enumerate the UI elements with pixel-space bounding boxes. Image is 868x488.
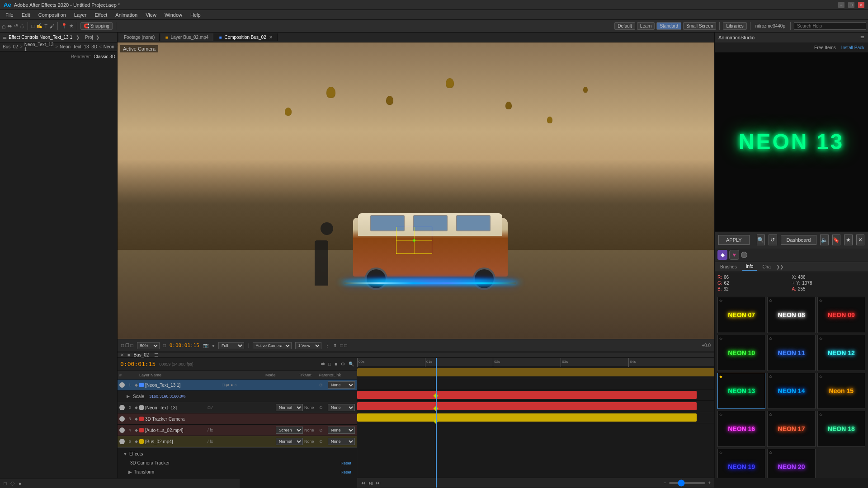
effects-expand-icon[interactable]: ▼ bbox=[123, 451, 127, 456]
menu-view[interactable]: View bbox=[142, 11, 160, 19]
free-items-link[interactable]: Free Items bbox=[814, 45, 836, 50]
menu-composition[interactable]: Composition bbox=[35, 11, 70, 19]
pen-tool[interactable]: ✍ bbox=[36, 23, 42, 29]
zoom-select[interactable]: 50%25%100% bbox=[137, 342, 160, 349]
filter-cat-icon[interactable]: ♥ bbox=[729, 250, 739, 260]
layer-mode-4[interactable]: Screen bbox=[276, 427, 303, 434]
goto-out-icon[interactable]: ⏭ bbox=[376, 480, 381, 485]
goto-in-icon[interactable]: ⏮ bbox=[361, 480, 365, 485]
workspace-default[interactable]: Default bbox=[614, 22, 635, 30]
bc-neon13-3d[interactable]: Neon_Text_13_3D bbox=[60, 44, 97, 49]
close-panel-icon[interactable]: ✕ bbox=[856, 235, 864, 245]
layer-visibility-3[interactable] bbox=[119, 416, 125, 422]
menu-edit[interactable]: Edit bbox=[18, 11, 34, 19]
track-bar-4[interactable] bbox=[357, 402, 697, 410]
camera-orbit-tool[interactable]: ◌ bbox=[20, 23, 24, 29]
preset-neon-18[interactable]: ☆ NEON 18 bbox=[817, 411, 865, 447]
filter-gem-icon[interactable]: ◆ bbox=[717, 250, 727, 260]
layer-parent-5[interactable]: None bbox=[328, 438, 355, 445]
text-tool[interactable]: T bbox=[44, 23, 47, 29]
timeline-icon4[interactable]: ⚙ bbox=[341, 361, 345, 366]
views-select[interactable]: 1 View2 Views bbox=[295, 342, 321, 349]
search-input[interactable] bbox=[794, 22, 866, 30]
preset-neon-15[interactable]: ☆ Neon 15 bbox=[817, 373, 865, 409]
preset-neon-09[interactable]: ☆ NEON 09 bbox=[817, 297, 865, 333]
zoom-slider[interactable] bbox=[669, 482, 705, 484]
menu-layer[interactable]: Layer bbox=[71, 11, 90, 19]
character-tab[interactable]: Cha bbox=[759, 263, 774, 270]
comp-tab-close[interactable]: ✕ bbox=[269, 35, 273, 40]
puppet-tool[interactable]: ★ bbox=[69, 23, 74, 29]
brush-tool[interactable]: 🖌 bbox=[49, 23, 54, 29]
bookmark-icon[interactable]: 🔖 bbox=[832, 235, 840, 245]
workspace-smallscreen[interactable]: Small Screen bbox=[683, 22, 716, 30]
rotate-tool[interactable]: ↺ bbox=[14, 23, 18, 29]
preset-neon-13[interactable]: ★ NEON 13 bbox=[717, 373, 765, 409]
layer-visibility-2[interactable] bbox=[119, 405, 125, 410]
install-pack-link[interactable]: Install Pack bbox=[841, 45, 864, 50]
bc-bus02[interactable]: Bus_02 bbox=[3, 44, 18, 49]
rect-tool[interactable]: □ bbox=[31, 23, 34, 29]
refresh-icon[interactable]: ↺ bbox=[769, 235, 777, 245]
layer-tab[interactable]: ■ Layer Bus_02.mp4 bbox=[160, 33, 213, 41]
layer-row-2[interactable]: 2 ◆ [Neon_Text_13] □ / Normal None ⊙ Non… bbox=[118, 402, 357, 413]
menu-file[interactable]: File bbox=[2, 11, 17, 19]
menu-window[interactable]: Window bbox=[161, 11, 186, 19]
layer-row-1[interactable]: 1 ◆ [Neon_Text_13 1] □ ⇌ ● ○ ⊙ None bbox=[118, 380, 357, 391]
close-button[interactable]: ✕ bbox=[858, 2, 864, 8]
camera-tracker-reset[interactable]: Reset bbox=[340, 461, 351, 465]
plugin-menu-icon[interactable]: ☰ bbox=[860, 35, 864, 40]
layer-mode-5[interactable]: Normal bbox=[276, 438, 303, 445]
preset-neon-07[interactable]: ☆ NEON 07 bbox=[717, 297, 765, 333]
project-tab-label[interactable]: Proj bbox=[85, 35, 93, 40]
layer-visibility-5[interactable] bbox=[119, 439, 125, 444]
effects-header-row[interactable]: ▼ Effects bbox=[121, 450, 353, 459]
minimize-button[interactable]: − bbox=[838, 2, 844, 8]
effect-controls-tab-label[interactable]: Effect Controls Neon_Text_13 1 bbox=[9, 35, 72, 40]
preset-neon-17[interactable]: ☆ NEON 17 bbox=[767, 411, 815, 447]
apply-button[interactable]: APPLY bbox=[718, 235, 750, 245]
panel-menu-icon[interactable]: ☰ bbox=[3, 35, 7, 40]
preset-neon-16[interactable]: ☆ NEON 16 bbox=[717, 411, 765, 447]
view-mode-select[interactable]: FullHalfQuarter bbox=[218, 342, 244, 349]
search-icon-small[interactable]: 🔍 bbox=[349, 361, 354, 366]
camera-select[interactable]: Active Camera bbox=[253, 342, 292, 349]
close-icon[interactable]: ✕ bbox=[120, 352, 124, 357]
pin-tool[interactable]: 📍 bbox=[61, 23, 67, 29]
layer-solo-3[interactable]: ◆ bbox=[135, 417, 138, 421]
timeline-icon2[interactable]: □ bbox=[328, 361, 331, 366]
search-preset-icon[interactable]: 🔍 bbox=[757, 235, 765, 245]
transform-reset[interactable]: Reset bbox=[340, 470, 351, 474]
layer-parent-1[interactable]: None bbox=[328, 381, 355, 389]
footage-tab[interactable]: Footage (none) bbox=[119, 33, 160, 41]
maximize-button[interactable]: □ bbox=[848, 2, 854, 8]
layer-visibility-1[interactable] bbox=[119, 382, 125, 388]
star-icon[interactable]: ★ bbox=[844, 235, 852, 245]
workspace-learn[interactable]: Learn bbox=[637, 22, 655, 30]
brushes-tab[interactable]: Brushes bbox=[717, 263, 741, 270]
play-icon[interactable]: ⏯ bbox=[368, 480, 373, 486]
layer-parent-2[interactable]: None bbox=[328, 404, 355, 411]
preset-neon-14[interactable]: ☆ NEON 14 bbox=[767, 373, 815, 409]
layer-row-5[interactable]: 5 ◆ [Bus_02.mp4] / fx Normal None ⊙ None bbox=[118, 436, 357, 447]
dashboard-button[interactable]: Dashboard bbox=[781, 235, 817, 245]
layer-solo-4[interactable]: ◆ bbox=[135, 428, 138, 432]
preset-neon-19[interactable]: ☆ NEON 19 bbox=[717, 449, 765, 479]
track-bar-3[interactable] bbox=[357, 391, 697, 399]
transform-expand-icon[interactable]: ▶ bbox=[123, 469, 132, 474]
layer-visibility-4[interactable] bbox=[119, 427, 125, 433]
layer-row-4[interactable]: 4 ◆ [Auto-t...s_02.mp4] / fx Screen None… bbox=[118, 425, 357, 436]
playhead[interactable] bbox=[436, 358, 437, 488]
track-bar-5[interactable] bbox=[357, 413, 697, 422]
layer-mode-2[interactable]: Normal bbox=[276, 404, 303, 411]
comp-menu-icon[interactable]: ☰ bbox=[154, 352, 158, 357]
timeline-icon3[interactable]: ■ bbox=[335, 361, 337, 366]
preset-neon-11[interactable]: ☆ NEON 11 bbox=[767, 335, 815, 371]
preset-neon-12[interactable]: ☆ NEON 12 bbox=[817, 335, 865, 371]
timeline-icon1[interactable]: ⇌ bbox=[321, 361, 325, 366]
preset-neon-20[interactable]: ☆ NEON 20 bbox=[767, 449, 815, 479]
libraries-btn[interactable]: Libraries bbox=[723, 22, 746, 30]
layer-row-3[interactable]: 3 ◆ 3D Tracker Camera bbox=[118, 413, 357, 425]
panels-expand-icon[interactable]: ❯❯ bbox=[776, 264, 783, 269]
composition-tab[interactable]: ■ Composition Bus_02 ✕ bbox=[214, 33, 277, 41]
